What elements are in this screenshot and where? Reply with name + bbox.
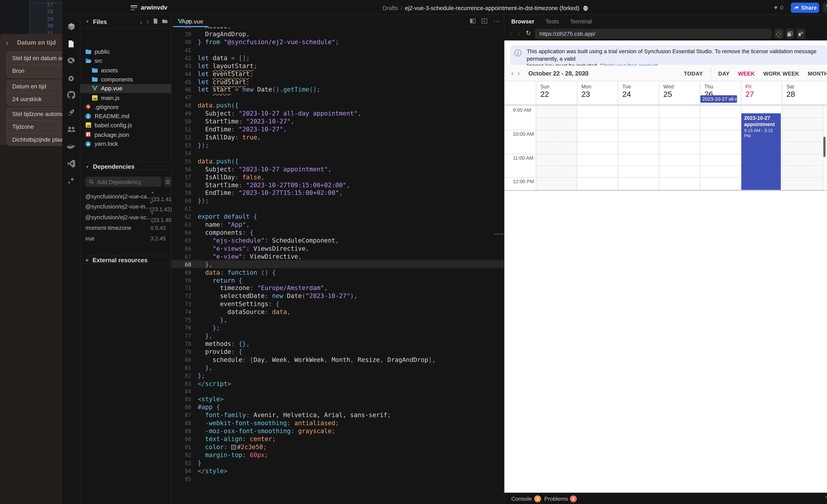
heart-icon[interactable]: ♥ [774, 4, 778, 11]
dependency-row[interactable]: moment-timezone0.5.43 [80, 223, 172, 233]
search-icon[interactable] [62, 54, 80, 68]
code-line[interactable]: 54 [172, 149, 504, 157]
day-header-fri[interactable]: Fri27 [741, 82, 782, 105]
code-line[interactable]: 53}); [172, 141, 504, 149]
code-line[interactable]: 84 [172, 387, 504, 395]
new-file-icon[interactable] [153, 18, 158, 25]
problems-tab[interactable]: Problems [544, 495, 568, 502]
file-tree-item-components[interactable]: components [80, 75, 172, 84]
code-line[interactable]: 63 name: "App", [172, 221, 504, 229]
file-tree-item-package-json[interactable]: package.json [80, 130, 172, 139]
preview-tab-browser[interactable]: Browser [511, 18, 534, 24]
code-line[interactable]: 75 }, [172, 316, 504, 324]
workspace-name[interactable]: arwinvdv [141, 4, 167, 11]
code-line[interactable]: 90 text-align: center; [172, 435, 504, 443]
settings-item[interactable]: Stel tijd en datum automa [7, 52, 62, 65]
dependency-menu-icon[interactable]: ☰ [164, 176, 172, 187]
code-line[interactable]: 48data.push({ [172, 102, 504, 109]
code-line[interactable]: 62export default { [172, 213, 504, 221]
breadcrumb-root[interactable]: Drafts [383, 4, 398, 11]
code-line[interactable]: 86#app { [172, 403, 504, 411]
code-line[interactable]: 69 data: function () { [172, 268, 504, 276]
expand-devtools-icon[interactable]: ⌃ [824, 495, 827, 501]
expand-chevron-icon[interactable]: ▶ [86, 258, 89, 262]
code-line[interactable]: 39 DragAndDrop, [172, 30, 504, 38]
code-line[interactable]: 41 [172, 46, 504, 54]
view-button-month[interactable]: MONTH [804, 70, 827, 76]
share-button[interactable]: Share [791, 2, 819, 12]
code-line[interactable]: 57 IsAllDay: false, [172, 173, 504, 181]
code-line[interactable]: 78 methods: {}, [172, 340, 504, 348]
code-line[interactable]: 82}; [172, 372, 504, 379]
code-line[interactable]: 91 color: #2c3e50; [172, 443, 504, 451]
code-line[interactable]: 58 StartTime: "2023-10-27T09:15:00+02:00… [172, 181, 504, 189]
code-line[interactable]: 89 -moz-osx-font-smoothing: grayscale; [172, 427, 504, 435]
prev-week-icon[interactable]: ‹ [511, 69, 518, 77]
dependency-row[interactable]: @syncfusion/ej2-vue-in...* (23.1.42) [80, 202, 172, 212]
dependency-row[interactable]: vue3.2.45 [80, 233, 172, 244]
console-tab[interactable]: Console [511, 495, 532, 502]
code-line[interactable]: 79 provide: { [172, 348, 504, 355]
code-line[interactable]: 93} [172, 459, 504, 467]
preview-tab-terminal[interactable]: Terminal [570, 18, 592, 24]
code-line[interactable]: 95 [172, 475, 504, 483]
deploy-rocket-icon[interactable] [62, 105, 80, 119]
code-line[interactable]: 92 margin-top: 60px; [172, 451, 504, 459]
view-button-work-week[interactable]: WORK WEEK [759, 70, 804, 76]
code-line[interactable]: 43let layoutStart; [172, 62, 504, 70]
docker-icon[interactable] [62, 139, 80, 154]
settings-item[interactable]: Stel tijdzone automatisch [7, 108, 62, 120]
settings-item[interactable]: 24 uursklok [7, 93, 62, 105]
date-range-button[interactable]: October 22 - 28, 2023 [528, 70, 588, 76]
code-line[interactable]: 71 timezone: "Europe/Amsterdam", [172, 284, 504, 292]
code-line[interactable]: 68 }, [172, 260, 504, 268]
fork-button[interactable]: Fork [823, 2, 827, 12]
ai-sparkles-icon[interactable] [62, 174, 80, 188]
visibility-globe-icon[interactable] [583, 5, 588, 12]
appointment-event[interactable]: 2023-10-27 appointment9:15 AM - 3:15 PM [741, 113, 781, 190]
code-line[interactable]: 88 -webkit-font-smoothing: antialiased; [172, 419, 504, 427]
file-tree-item-main-js[interactable]: JSmain.js [80, 93, 172, 102]
date-caret-icon[interactable]: ▼ [583, 72, 587, 75]
file-tree-item-src[interactable]: src [80, 56, 172, 65]
dependencies-header[interactable]: ▼ Dependencies [80, 161, 172, 170]
add-dependency-input[interactable]: Add Dependency [85, 176, 161, 187]
vscode-icon[interactable] [62, 157, 80, 171]
codesandbox-logo-icon[interactable] [62, 20, 80, 34]
settings-item[interactable]: Bron [7, 65, 62, 77]
code-line[interactable]: 44let eventStart; [172, 70, 504, 78]
download-icon[interactable]: ↓ [140, 18, 143, 25]
url-input[interactable]: https://zlh275.csb.app/ [535, 29, 772, 39]
code-line[interactable]: 87 font-family: Avenir, Helvetica, Arial… [172, 411, 504, 419]
schedule-scrollbar-thumb[interactable] [823, 137, 826, 157]
code-line[interactable]: 47 [172, 94, 504, 102]
code-line[interactable]: 50 StartTime: "2023-10-27", [172, 117, 504, 125]
view-button-week[interactable]: WEEK [734, 70, 759, 76]
day-header-sun[interactable]: Sun22 [536, 82, 577, 105]
today-button[interactable]: TODAY [680, 70, 707, 76]
refresh-icon[interactable]: ↻ [526, 29, 531, 37]
day-header-mon[interactable]: Mon23 [577, 82, 618, 105]
file-tree-item--gitignore[interactable]: .gitignore [80, 102, 172, 112]
code-line[interactable]: 85<style> [172, 395, 504, 403]
code-line[interactable]: 46let start = new Date().getTime(); [172, 86, 504, 94]
next-week-icon[interactable]: › [518, 69, 524, 77]
file-tree-item-assets[interactable]: assets [80, 65, 172, 75]
settings-item[interactable]: Tijdzone [7, 120, 62, 133]
code-line[interactable]: 51 EndTime: "2023-10-27", [172, 125, 504, 133]
file-explorer-icon[interactable] [62, 37, 80, 51]
code-line[interactable]: 59 EndTime: "2023-10-27T15:15:00+02:00", [172, 189, 504, 197]
day-header-tue[interactable]: Tue24 [618, 82, 659, 105]
code-line[interactable]: 38 Resize, [172, 27, 504, 30]
upload-icon[interactable]: ↑ [146, 18, 149, 25]
code-line[interactable]: 80 schedule: [Day, Week, WorkWeek, Month… [172, 355, 504, 363]
external-resources-header[interactable]: ▶ External resources [80, 255, 172, 264]
split-editor-icon[interactable] [470, 16, 476, 26]
code-line[interactable]: 77 }, [172, 332, 504, 340]
code-line[interactable]: 64 components: { [172, 229, 504, 236]
open-external-icon[interactable] [796, 29, 805, 39]
code-line[interactable]: 72 selectedDate: new Date("2023-10-27"), [172, 292, 504, 300]
code-line[interactable]: 70 return { [172, 276, 504, 284]
code-line[interactable]: 67 "e-view": ViewDirective, [172, 252, 504, 260]
code-line[interactable]: 76 }; [172, 324, 504, 332]
